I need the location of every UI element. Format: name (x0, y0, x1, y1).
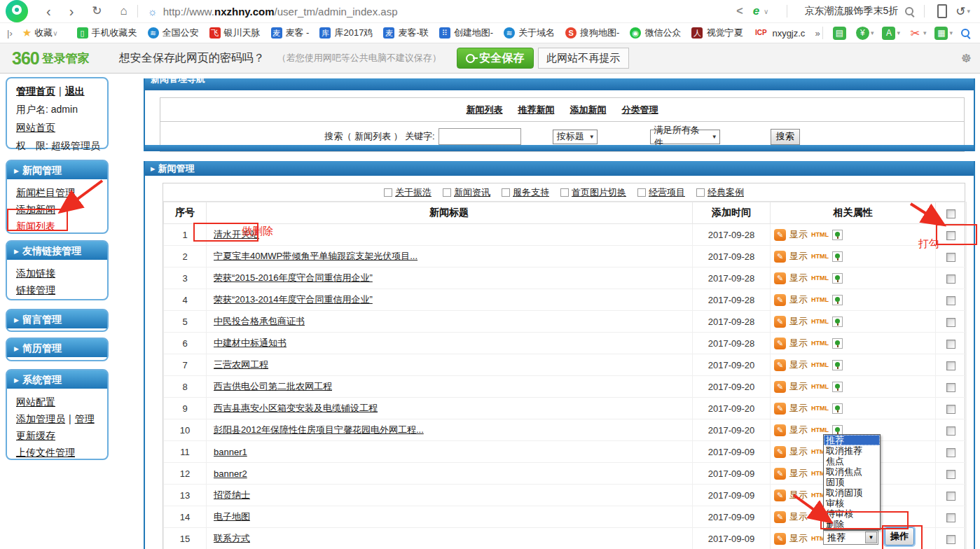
logout-link[interactable]: 退出 (65, 85, 85, 97)
ie-mode-icon[interactable]: e (753, 4, 759, 18)
news-title-link[interactable]: banner1 (214, 447, 247, 457)
edit-icon[interactable]: ✎ (774, 229, 786, 241)
news-title-link[interactable]: 电子地图 (214, 511, 250, 522)
bookmark-item[interactable]: 麦麦客 - (271, 27, 310, 39)
category-link[interactable]: 首页图片切换 (572, 186, 626, 199)
sidebar-item-refresh-cache[interactable]: 更新缓存 (16, 430, 55, 443)
chevron-down-icon[interactable]: ∨ (764, 8, 768, 15)
news-title-link[interactable]: 西吉供电公司第二批农网工程 (214, 381, 332, 391)
edit-icon[interactable]: ✎ (774, 251, 786, 263)
show-status-link[interactable]: 显示 (789, 337, 808, 349)
image-icon[interactable] (832, 403, 843, 414)
search-condition-select[interactable]: 满足所有条件▼ (650, 130, 720, 144)
chevron-down-icon[interactable]: ▾ (967, 8, 970, 15)
site-home-link[interactable]: 网站首页 (16, 122, 55, 133)
sidebar-item-manage-admin[interactable]: 管理 (75, 413, 95, 426)
save-password-button[interactable]: 安全保存 (457, 48, 534, 69)
search-keyword-input[interactable] (439, 128, 521, 145)
search-magnifier-icon[interactable] (905, 7, 914, 16)
chevron-down-icon[interactable]: ▾ (897, 29, 900, 36)
show-status-link[interactable]: 显示 (789, 445, 808, 458)
category-link[interactable]: 新闻资讯 (454, 186, 490, 199)
edit-icon[interactable]: ✎ (774, 272, 786, 284)
settings-gear-icon[interactable]: ☸ (961, 51, 972, 66)
execute-action-button[interactable]: 操作 (885, 527, 914, 545)
news-title-link[interactable]: 三营农网工程 (214, 359, 268, 370)
select-all-checkbox[interactable] (946, 209, 955, 218)
news-title-link[interactable]: 西吉县惠安小区箱变安装及电缆铺设工程 (214, 403, 378, 413)
image-icon[interactable] (832, 317, 843, 327)
row-checkbox[interactable] (946, 231, 955, 240)
image-icon[interactable] (832, 251, 843, 262)
row-checkbox[interactable] (946, 470, 955, 479)
show-status-link[interactable]: 显示 (789, 228, 808, 241)
home-icon[interactable]: ⌂ (120, 4, 127, 18)
edit-icon[interactable]: ✎ (774, 446, 786, 458)
edit-icon[interactable]: ✎ (774, 381, 786, 393)
news-title-link[interactable]: 荣获“2015-2016年度守合同重信用企业” (214, 272, 373, 283)
edit-icon[interactable]: ✎ (774, 316, 786, 328)
chevron-down-icon[interactable]: ▼ (865, 531, 877, 543)
row-checkbox[interactable] (946, 448, 955, 457)
back-icon[interactable]: ‹ (46, 4, 51, 18)
show-status-link[interactable]: 显示 (789, 510, 808, 523)
games-icon[interactable]: ▦ (934, 27, 948, 40)
sidebar-item-add-news[interactable]: 添加新闻 (16, 204, 55, 216)
nav-link-recommend-news[interactable]: 推荐新闻 (518, 104, 555, 116)
edit-icon[interactable]: ✎ (774, 359, 786, 371)
image-icon[interactable] (832, 230, 843, 240)
image-icon[interactable] (832, 382, 843, 392)
share-icon[interactable]: < (736, 5, 743, 18)
dropdown-option[interactable]: 推荐 (824, 435, 880, 445)
row-checkbox[interactable] (946, 296, 955, 305)
edit-icon[interactable]: ✎ (774, 424, 786, 436)
edit-icon[interactable]: ✎ (774, 294, 786, 306)
screenshot-scissors-icon[interactable]: ✂ (909, 27, 922, 40)
row-checkbox[interactable] (946, 535, 955, 544)
bookmark-item[interactable]: ⠿创建地图- (439, 27, 493, 39)
category-checkbox[interactable] (696, 188, 705, 197)
refresh-icon[interactable]: ↻ (92, 4, 102, 18)
bookmark-item[interactable]: ICPnxygjz.c (753, 27, 805, 39)
edit-icon[interactable]: ✎ (774, 533, 786, 545)
edit-icon[interactable]: ✎ (774, 403, 786, 415)
edit-icon[interactable]: ✎ (774, 511, 786, 523)
image-icon[interactable] (832, 360, 843, 370)
bookmark-item[interactable]: S搜狗地图- (565, 27, 619, 39)
never-prompt-button[interactable]: 此网站不再提示 (538, 48, 629, 69)
admin-home-link[interactable]: 管理首页 (16, 85, 55, 97)
show-status-link[interactable]: 显示 (789, 272, 808, 284)
news-title-link[interactable]: 中民投合格承包商证书 (214, 316, 305, 326)
reading-list-icon[interactable]: ▤ (833, 27, 846, 40)
show-status-link[interactable]: 显示 (789, 293, 808, 306)
row-checkbox[interactable] (946, 274, 955, 284)
mobile-view-icon[interactable] (937, 4, 947, 18)
row-checkbox[interactable] (946, 253, 955, 262)
bookmark-item[interactable]: 飞银川天脉 (209, 27, 261, 39)
sidebar-item-add-admin[interactable]: 添加管理员 (16, 413, 65, 426)
bookmark-item[interactable]: ≋关于域名 (504, 27, 555, 39)
sidebar-item-site-config[interactable]: 网站配置 (16, 396, 55, 409)
dropdown-option[interactable]: 待审核 (824, 508, 880, 519)
360-browser-logo-icon[interactable] (6, 0, 28, 22)
address-bar[interactable]: http://www.nxzhny.com/user_tm/admin_inde… (163, 6, 398, 18)
favorites-label[interactable]: 收藏 (34, 27, 53, 39)
nav-link-news-list[interactable]: 新闻列表 (467, 104, 503, 116)
show-status-link[interactable]: 显示 (789, 467, 808, 480)
nav-link-add-news[interactable]: 添加新闻 (570, 104, 607, 116)
bookmarks-overflow-icon[interactable]: » (815, 28, 820, 39)
search-field-select[interactable]: 按标题▼ (553, 130, 598, 144)
bookmark-item[interactable]: 麦麦客-联 (383, 27, 428, 39)
translate-icon[interactable]: A (882, 27, 895, 40)
category-link[interactable]: 经典案例 (708, 186, 744, 199)
show-status-link[interactable]: 显示 (789, 489, 808, 501)
category-checkbox[interactable] (637, 188, 646, 197)
row-checkbox[interactable] (946, 405, 955, 414)
edit-icon[interactable]: ✎ (774, 468, 786, 480)
forward-icon[interactable]: › (69, 4, 74, 18)
news-title-link[interactable]: 招贤纳士 (214, 489, 250, 500)
favorites-star-icon[interactable]: ★ (22, 27, 32, 39)
show-status-link[interactable]: 显示 (789, 380, 808, 393)
show-status-link[interactable]: 显示 (789, 424, 808, 436)
sidebar-item-manage-links[interactable]: 链接管理 (16, 284, 55, 297)
